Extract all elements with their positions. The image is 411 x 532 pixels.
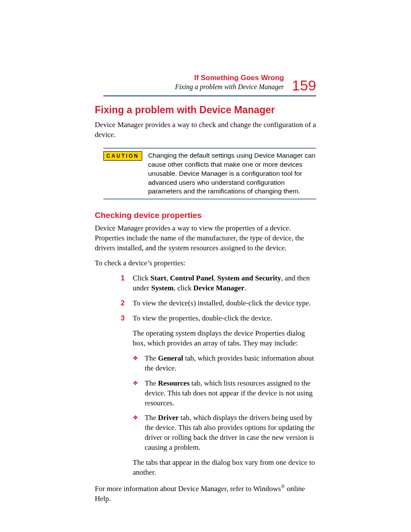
bullet-text: The Driver tab, which displays the drive… <box>145 413 316 453</box>
bullet-resources: ❖ The Resources tab, which lists resourc… <box>133 379 316 408</box>
steps-list: 1 Click Start, Control Panel, System and… <box>121 274 316 478</box>
diamond-bullet-icon: ❖ <box>133 355 139 374</box>
diamond-bullet-icon: ❖ <box>133 414 139 454</box>
header-divider <box>103 95 316 96</box>
registered-mark: ® <box>281 483 285 489</box>
step-number: 3 <box>121 314 127 478</box>
step-3-followup: The operating system displays the device… <box>133 329 316 348</box>
chapter-title: If Something Goes Wrong <box>175 73 284 83</box>
bold-text: Driver <box>158 414 179 422</box>
bold-text: System and Security <box>217 274 281 282</box>
page: If Something Goes Wrong Fixing a problem… <box>0 0 411 532</box>
heading-2: Checking device properties <box>95 211 316 220</box>
tabs-vary-note: The tabs that appear in the dialog box v… <box>133 458 316 478</box>
step-3: 3 To view the properties, double-click t… <box>121 314 316 478</box>
bold-text: Device Manager <box>193 284 244 292</box>
bold-text: System <box>151 284 174 292</box>
bullet-driver: ❖ The Driver tab, which displays the dri… <box>133 413 316 453</box>
step-number: 2 <box>121 299 127 308</box>
step-body: Click Start, Control Panel, System and S… <box>133 274 316 293</box>
bold-text: Start <box>150 274 166 282</box>
header-right: If Something Goes Wrong Fixing a problem… <box>103 73 316 92</box>
text: . <box>244 284 246 292</box>
bold-text: Resources <box>158 379 190 387</box>
caution-bottom-rule <box>103 199 316 199</box>
caution-row: CAUTION Changing the default settings us… <box>103 149 316 199</box>
step-body: To view the properties, double-click the… <box>133 314 316 478</box>
page-number: 159 <box>292 78 316 93</box>
text: , <box>214 274 218 282</box>
step-number: 1 <box>121 274 127 293</box>
heading-1: Fixing a problem with Device Manager <box>95 104 316 116</box>
intro-paragraph: Device Manager provides a way to check a… <box>95 120 316 140</box>
header-titles: If Something Goes Wrong Fixing a problem… <box>175 73 284 92</box>
bullet-text: The Resources tab, which lists resources… <box>145 379 316 408</box>
text: The <box>145 379 158 387</box>
text: The <box>145 414 158 422</box>
tab-bullets: ❖ The General tab, which provides basic … <box>133 354 316 453</box>
step-body: To view the device(s) installed, double-… <box>133 299 316 308</box>
caution-text: Changing the default settings using Devi… <box>148 151 316 196</box>
bold-text: General <box>158 354 184 362</box>
text: The <box>145 354 158 362</box>
diamond-bullet-icon: ❖ <box>133 380 139 409</box>
caution-box: CAUTION Changing the default settings us… <box>103 148 316 200</box>
text: For more information about Device Manage… <box>95 485 281 493</box>
bullet-text: The General tab, which provides basic in… <box>145 354 316 373</box>
text: , click <box>174 284 193 292</box>
page-header: If Something Goes Wrong Fixing a problem… <box>103 73 316 96</box>
text: Click <box>133 274 150 282</box>
footer-paragraph: For more information about Device Manage… <box>95 483 316 504</box>
paragraph-properties: Device Manager provides a way to view th… <box>95 224 316 253</box>
caution-badge: CAUTION <box>103 151 142 161</box>
step-2: 2 To view the device(s) installed, doubl… <box>121 299 316 308</box>
paragraph-to-check: To check a device’s properties: <box>95 258 316 268</box>
bold-text: Control Panel <box>170 274 213 282</box>
step-1: 1 Click Start, Control Panel, System and… <box>121 274 316 293</box>
text: To view the properties, double-click the… <box>133 314 272 322</box>
header-section-title: Fixing a problem with Device Manager <box>175 83 284 92</box>
bullet-general: ❖ The General tab, which provides basic … <box>133 354 316 373</box>
